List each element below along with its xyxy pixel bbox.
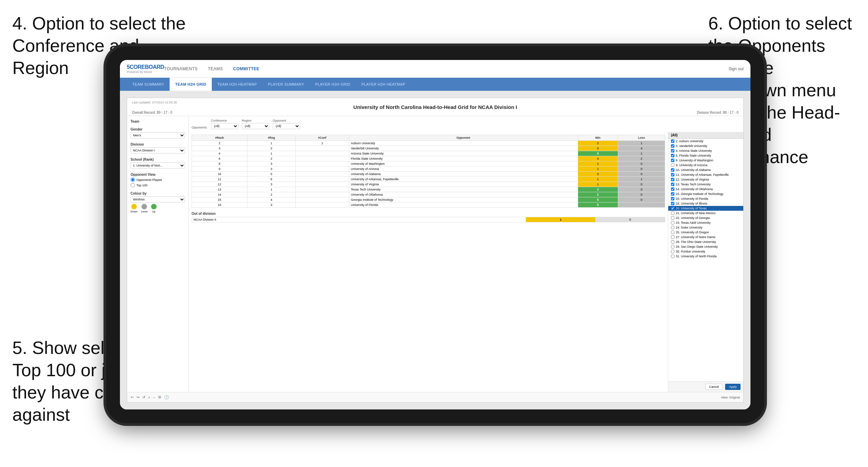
cell-rank: 4 xyxy=(192,151,247,156)
opponent-list-item[interactable]: 9. University of Arizona xyxy=(668,163,743,168)
nav-teams[interactable]: TEAMS xyxy=(208,66,223,71)
region-filter-select[interactable]: (All) xyxy=(242,123,269,129)
opponent-list-item[interactable]: 27. University of Notre Dame xyxy=(668,235,743,239)
colour-by-select[interactable]: Win/loss xyxy=(131,196,185,202)
opponent-list-item[interactable]: 28. The Ohio State University xyxy=(668,239,743,244)
dashboard-panel: Last Updated: 4/7/2024 16:55:38 Universi… xyxy=(127,98,744,403)
cell-opponent: Auburn University xyxy=(349,141,578,146)
opponent-checkbox[interactable] xyxy=(671,245,674,248)
top-100-option[interactable]: Top 100 xyxy=(131,183,185,187)
opponent-checkbox[interactable] xyxy=(671,226,674,229)
opponent-checkbox[interactable] xyxy=(671,187,674,191)
opponent-list-item[interactable]: 25. University of Oregon xyxy=(668,230,743,235)
opponent-checkbox[interactable] xyxy=(671,211,674,215)
tab-player-summary[interactable]: PLAYER SUMMARY xyxy=(262,78,310,91)
opponent-dropdown-panel: (All) 2. Auburn University3. Vanderbilt … xyxy=(668,132,743,392)
opponent-list-item[interactable]: 29. San Diego State University xyxy=(668,244,743,249)
legend-up-label: Up xyxy=(152,210,155,213)
opponent-list-item[interactable]: 6. Florida State University xyxy=(668,153,743,158)
opponent-checkbox[interactable] xyxy=(671,144,674,148)
opponents-played-option[interactable]: Opponents Played xyxy=(131,177,185,182)
opponent-list-item[interactable]: 20. University of Texas xyxy=(668,206,743,211)
settings-icon[interactable]: ⚙ xyxy=(158,395,161,400)
opponent-list-item[interactable]: 21. University of New Mexico xyxy=(668,211,743,216)
opponent-list-item[interactable]: 4. Arizona State University xyxy=(668,148,743,153)
opponent-checkbox[interactable] xyxy=(671,231,674,234)
opponent-list-item[interactable]: 16. University of Florida xyxy=(668,196,743,201)
opponent-checkbox[interactable] xyxy=(671,216,674,220)
apply-button[interactable]: Apply xyxy=(725,384,741,390)
col-win: Win xyxy=(578,135,618,141)
clock-icon[interactable]: 🕐 xyxy=(164,395,169,400)
opponent-checkbox[interactable] xyxy=(671,178,674,181)
nav-sign-out[interactable]: Sign out xyxy=(729,66,744,71)
opponent-checkbox[interactable] xyxy=(671,202,674,205)
school-select[interactable]: 1. University of Nort... xyxy=(131,162,185,169)
nav-links: TOURNAMENTS TEAMS COMMITTEE xyxy=(164,66,259,71)
opponent-filter-select[interactable]: (All) xyxy=(273,123,300,129)
opponent-list-item[interactable]: 13. Texas Tech University xyxy=(668,182,743,187)
opponent-list-item[interactable]: 11. University of Arkansas, Fayetteville xyxy=(668,172,743,177)
tab-team-summary[interactable]: TEAM SUMMARY xyxy=(127,78,170,91)
data-grid-area: #Rank #Reg #Conf Opponent Win Loss xyxy=(189,132,668,392)
zoom-out-icon[interactable]: − xyxy=(153,395,155,400)
cell-win: 5 xyxy=(578,151,618,156)
table-row: 6 2 Florida State University 4 2 xyxy=(192,156,665,161)
opponent-checkbox[interactable] xyxy=(671,250,674,253)
division-record-value: 88 - 17 - 0 xyxy=(723,111,738,114)
opponent-dropdown-list[interactable]: 2. Auburn University3. Vanderbilt Univer… xyxy=(668,139,743,381)
nav-tournaments[interactable]: TOURNAMENTS xyxy=(164,66,198,71)
opponent-checkbox[interactable] xyxy=(671,159,674,162)
opponent-checkbox[interactable] xyxy=(671,255,674,258)
out-of-division-header: Out of division xyxy=(192,212,665,216)
opponent-list-item[interactable]: 22. University of Georgia xyxy=(668,216,743,220)
cancel-button[interactable]: Cancel xyxy=(705,384,722,390)
opponent-checkbox[interactable] xyxy=(671,207,674,210)
cell-opponent: University of Oklahoma xyxy=(349,192,578,197)
opponent-checkbox[interactable] xyxy=(671,173,674,176)
opponent-checkbox[interactable] xyxy=(671,154,674,157)
conference-filter-select[interactable]: (All) xyxy=(211,123,239,129)
opponent-list-item[interactable]: 18. University of Illinois xyxy=(668,201,743,206)
opponent-list-item[interactable]: 23. Texas A&M University xyxy=(668,220,743,225)
opponent-list-item[interactable]: 2. Auburn University xyxy=(668,139,743,144)
opponent-checkbox[interactable] xyxy=(671,149,674,152)
opponent-checkbox[interactable] xyxy=(671,240,674,244)
opponent-list-item[interactable]: 24. Duke University xyxy=(668,225,743,230)
tab-player-h2h-heatmap[interactable]: PLAYER H2H HEATMAP xyxy=(356,78,411,91)
cell-rank: 8 xyxy=(192,161,247,167)
opponent-checkbox[interactable] xyxy=(671,197,674,200)
undo-icon[interactable]: ↩ xyxy=(131,395,134,400)
opponent-list-item[interactable]: 31. University of North Florida xyxy=(668,254,743,259)
opponent-checkbox[interactable] xyxy=(671,139,674,143)
legend-down-dot xyxy=(131,204,137,209)
top-100-radio[interactable] xyxy=(131,183,135,187)
cell-conf xyxy=(296,187,349,192)
opponents-played-radio[interactable] xyxy=(131,177,135,182)
gender-select[interactable]: Men's Women's xyxy=(131,132,185,138)
opponent-checkbox[interactable] xyxy=(671,235,674,239)
division-select[interactable]: NCAA Division I NCAA Division II xyxy=(131,147,185,153)
tab-player-h2h-grid[interactable]: PLAYER H2H GRID xyxy=(310,78,356,91)
opponent-list-item[interactable]: 15. Georgia Institute of Technology xyxy=(668,192,743,196)
zoom-in-icon[interactable]: + xyxy=(148,395,150,400)
redo-icon[interactable]: ↪ xyxy=(136,395,139,400)
opponent-list-item[interactable]: 30. Purdue University xyxy=(668,249,743,254)
opponent-checkbox[interactable] xyxy=(671,163,674,167)
legend-level-label: Level xyxy=(141,210,147,213)
nav-committee[interactable]: COMMITTEE xyxy=(233,66,260,71)
opponent-list-item[interactable]: 12. University of Virginia xyxy=(668,177,743,182)
opponent-list-item[interactable]: 8. University of Washington xyxy=(668,158,743,163)
opponent-checkbox[interactable] xyxy=(671,168,674,172)
opponent-checkbox[interactable] xyxy=(671,183,674,186)
opponent-checkbox[interactable] xyxy=(671,221,674,224)
opponent-list-item[interactable]: 14. University of Oklahoma xyxy=(668,187,743,192)
refresh-icon[interactable]: ↺ xyxy=(142,395,145,400)
table-row: 9 3 University of Arizona 1 0 xyxy=(192,167,665,172)
opponent-list-item[interactable]: 10. University of Alabama xyxy=(668,168,743,172)
tab-team-h2h-grid[interactable]: TEAM H2H GRID xyxy=(170,78,212,91)
opponent-checkbox[interactable] xyxy=(671,192,674,196)
tab-team-h2h-heatmap[interactable]: TEAM H2H HEATMAP xyxy=(212,78,262,91)
opponent-list-item[interactable]: 3. Vanderbilt University xyxy=(668,144,743,148)
opponent-view-label: Opponent View xyxy=(131,173,185,176)
